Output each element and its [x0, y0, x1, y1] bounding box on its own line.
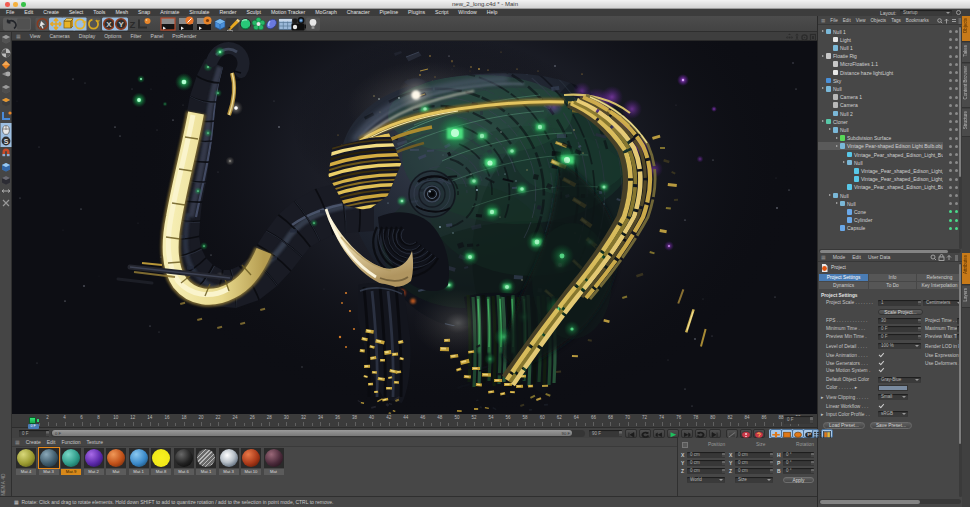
svg-text:X: X: [106, 20, 112, 29]
svg-text:Y: Y: [118, 20, 124, 29]
svg-text:S: S: [4, 138, 9, 145]
svg-text:P: P: [807, 432, 812, 437]
svg-text:Z: Z: [130, 19, 136, 30]
